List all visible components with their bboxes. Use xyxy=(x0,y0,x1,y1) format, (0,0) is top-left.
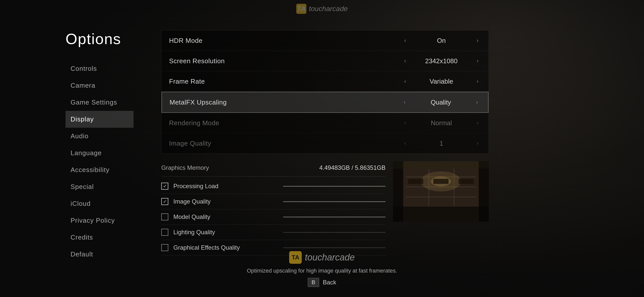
metalfx-upscaling-prev[interactable]: ‹ xyxy=(401,98,408,107)
graphical-effects-checkbox[interactable] xyxy=(161,244,168,251)
setting-hdr-mode[interactable]: HDR Mode ‹ On › xyxy=(162,30,489,51)
image-quality-next[interactable]: › xyxy=(474,139,481,148)
graphics-memory-label: Graphics Memory xyxy=(161,164,209,171)
hdr-mode-value: On xyxy=(414,37,469,45)
setting-frame-rate[interactable]: Frame Rate ‹ Variable › xyxy=(162,71,489,92)
screen-resolution-value: 2342x1080 xyxy=(414,57,469,65)
image-quality-prev[interactable]: ‹ xyxy=(402,139,408,148)
graphics-memory-header: Graphics Memory 4.49483GB / 5.86351GB xyxy=(161,161,385,177)
screen-resolution-next[interactable]: › xyxy=(474,56,481,65)
metalfx-upscaling-next[interactable]: › xyxy=(474,98,480,107)
sidebar-item-icloud[interactable]: iCloud xyxy=(66,195,134,212)
setting-metalfx-upscaling[interactable]: MetalFX Upscaling ‹ Quality › xyxy=(162,92,489,113)
frame-rate-control: ‹ Variable › xyxy=(402,77,481,86)
image-quality-checkbox[interactable]: ✓ xyxy=(161,198,168,205)
processing-load-bar xyxy=(283,186,385,187)
frame-rate-next[interactable]: › xyxy=(474,77,481,86)
graphical-effects-bar xyxy=(283,247,385,248)
frame-rate-value: Variable xyxy=(414,78,469,85)
footer: TA toucharcade Optimized upscaling for h… xyxy=(247,251,397,287)
hdr-mode-control: ‹ On › xyxy=(402,36,481,45)
processing-load-check-icon: ✓ xyxy=(163,183,167,189)
ta-brand-top: toucharcade xyxy=(309,5,348,13)
footer-watermark: TA toucharcade xyxy=(289,251,355,264)
back-key[interactable]: B xyxy=(308,278,319,287)
screen-resolution-prev[interactable]: ‹ xyxy=(402,56,408,65)
checkboxes-panel: Graphics Memory 4.49483GB / 5.86351GB ✓ … xyxy=(161,161,385,255)
footer-description: Optimized upscaling for high image quali… xyxy=(247,268,397,274)
model-quality-label: Model Quality xyxy=(173,213,276,220)
sidebar-item-special[interactable]: Special xyxy=(66,178,134,195)
footer-nav: B Back xyxy=(308,278,336,287)
sidebar-item-credits[interactable]: Credits xyxy=(66,229,134,246)
sidebar-item-privacy-policy[interactable]: Privacy Policy xyxy=(66,212,134,229)
hdr-mode-label: HDR Mode xyxy=(169,37,402,45)
model-quality-bar xyxy=(283,217,385,217)
image-quality-cb-label: Image Quality xyxy=(173,198,276,205)
rendering-mode-value: Normal xyxy=(414,119,469,127)
checkbox-lighting-quality[interactable]: Lighting Quality xyxy=(161,225,385,240)
hdr-mode-next[interactable]: › xyxy=(474,36,481,45)
svg-rect-12 xyxy=(433,179,448,184)
setting-rendering-mode[interactable]: Rendering Mode ‹ Normal › xyxy=(162,113,489,133)
page-title: Options xyxy=(66,30,134,48)
image-quality-bar xyxy=(283,201,385,202)
ta-logo-icon: TA xyxy=(296,4,306,14)
rendering-mode-control: ‹ Normal › xyxy=(402,118,481,127)
sidebar-item-accessibility[interactable]: Accessibility xyxy=(66,161,134,178)
svg-rect-15 xyxy=(393,161,403,222)
image-quality-value: 1 xyxy=(414,140,469,147)
rendering-mode-prev[interactable]: ‹ xyxy=(402,118,408,127)
top-watermark: TA toucharcade xyxy=(296,4,348,14)
setting-image-quality[interactable]: Image Quality ‹ 1 › xyxy=(162,133,489,153)
settings-list: HDR Mode ‹ On › Screen Resolution ‹ 2342… xyxy=(161,30,489,154)
lighting-quality-bar xyxy=(283,232,385,233)
footer-brand-name: toucharcade xyxy=(305,252,355,263)
sidebar-item-game-settings[interactable]: Game Settings xyxy=(66,94,134,111)
screen-resolution-control: ‹ 2342x1080 › xyxy=(402,56,481,65)
back-label[interactable]: Back xyxy=(323,279,336,286)
image-quality-label: Image Quality xyxy=(169,140,402,147)
sidebar-item-camera[interactable]: Camera xyxy=(66,77,134,94)
checkbox-processing-load[interactable]: ✓ Processing Load xyxy=(161,179,385,194)
model-quality-checkbox[interactable] xyxy=(161,213,168,220)
setting-screen-resolution[interactable]: Screen Resolution ‹ 2342x1080 › xyxy=(162,51,489,71)
svg-rect-2 xyxy=(393,207,489,222)
screen-resolution-label: Screen Resolution xyxy=(169,57,402,65)
metalfx-upscaling-control: ‹ Quality › xyxy=(401,98,480,107)
svg-rect-13 xyxy=(459,179,474,184)
image-quality-check-icon: ✓ xyxy=(163,199,167,204)
sidebar-item-language[interactable]: Language xyxy=(66,145,134,161)
svg-rect-6 xyxy=(406,196,476,197)
hdr-mode-prev[interactable]: ‹ xyxy=(402,36,408,45)
preview-panel xyxy=(393,161,489,255)
processing-load-checkbox[interactable]: ✓ xyxy=(161,183,168,190)
svg-rect-14 xyxy=(393,161,489,169)
graphics-memory-value: 4.49483GB / 5.86351GB xyxy=(319,164,385,171)
sidebar-item-default[interactable]: Default xyxy=(66,246,134,263)
checkbox-model-quality[interactable]: Model Quality xyxy=(161,209,385,225)
frame-rate-label: Frame Rate xyxy=(169,78,402,85)
rendering-mode-next[interactable]: › xyxy=(474,118,481,127)
sidebar-item-controls[interactable]: Controls xyxy=(66,60,134,77)
rendering-mode-label: Rendering Mode xyxy=(169,119,402,127)
processing-load-label: Processing Load xyxy=(173,183,276,190)
lighting-quality-checkbox[interactable] xyxy=(161,229,168,236)
footer-ta-logo: TA xyxy=(289,251,302,264)
preview-image xyxy=(393,161,489,222)
graphical-effects-label: Graphical Effects Quality xyxy=(173,244,276,251)
image-quality-control: ‹ 1 › xyxy=(402,139,481,148)
sidebar-item-display[interactable]: Display xyxy=(66,111,134,128)
bottom-section: Graphics Memory 4.49483GB / 5.86351GB ✓ … xyxy=(161,161,489,255)
svg-rect-16 xyxy=(479,161,489,222)
svg-rect-11 xyxy=(408,179,423,184)
sidebar-item-audio[interactable]: Audio xyxy=(66,128,134,145)
lighting-quality-label: Lighting Quality xyxy=(173,229,276,236)
checkbox-image-quality[interactable]: ✓ Image Quality xyxy=(161,194,385,209)
metalfx-upscaling-label: MetalFX Upscaling xyxy=(170,98,401,106)
sidebar: Options Controls Camera Game Settings Di… xyxy=(0,15,146,297)
metalfx-upscaling-value: Quality xyxy=(413,98,469,106)
frame-rate-prev[interactable]: ‹ xyxy=(402,77,408,86)
